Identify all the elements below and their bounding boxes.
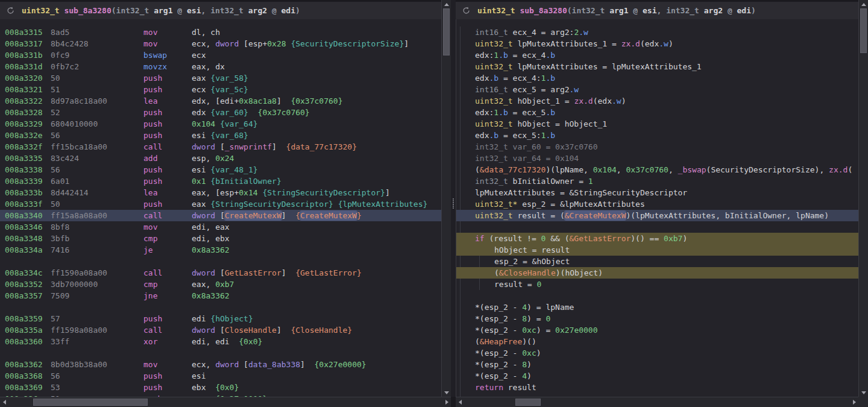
asm-line[interactable]: 008a33396a01push0x1 {bInitialOwner} <box>0 175 441 187</box>
asm-line[interactable]: 008a33468bf8movedi, eax <box>0 221 441 233</box>
hlil-line[interactable]: uint32_t lpMutexAttributes_1 = zx.d(edx.… <box>456 38 858 49</box>
hlil-line[interactable]: int16_t ecx_5 = arg2.w <box>456 84 858 95</box>
hlil-line[interactable]: edx.b = ecx_4:1.b <box>456 72 858 84</box>
code-token: int16_t <box>475 85 508 94</box>
hlil-line[interactable]: uint32_t lpMutexAttributes = lpMutexAttr… <box>456 61 858 72</box>
disassembly-code[interactable]: 008a33158ad5movdl, ch008a33178b4c2428mov… <box>0 19 441 397</box>
scroll-right-icon[interactable] <box>442 397 451 407</box>
asm-line[interactable]: 008a335aff1598a08a00calldword [CloseHand… <box>0 324 441 336</box>
disassembly-horizontal-scrollbar[interactable] <box>0 397 451 407</box>
asm-line[interactable] <box>0 347 441 359</box>
scroll-left-icon[interactable] <box>0 397 8 407</box>
asm-line[interactable]: 008a333583c424addesp, 0x24 <box>0 153 441 164</box>
hlil-line[interactable]: uint32_t hObject = hObject_1 <box>456 118 858 130</box>
decompiler-horizontal-scrollbar[interactable] <box>456 397 858 407</box>
scrollbar-thumb[interactable] <box>443 8 450 55</box>
hlil-line[interactable]: int32_t bInitialOwner = 1 <box>456 175 858 187</box>
hlil-line[interactable]: int16_t ecx_4 = arg2:2.w <box>456 27 858 38</box>
hlil-line[interactable]: *(esp_2 - 4) = lpName <box>456 301 858 313</box>
scrollbar-thumb[interactable] <box>515 399 541 406</box>
asm-line[interactable]: 008a336033ffxoredi, edi {0x0} <box>0 336 441 347</box>
scroll-right-icon[interactable] <box>850 397 858 407</box>
hlil-line[interactable]: *(esp_2 - 8) <box>456 359 858 370</box>
mnemonic: push <box>143 118 192 130</box>
hlil-line[interactable]: uint32_t* esp_2 = &lpMutexAttributes <box>456 198 858 210</box>
scroll-down-icon[interactable] <box>859 388 868 397</box>
asm-line[interactable]: 008a332fff15bca18a00calldword [_snwprint… <box>0 141 441 153</box>
hlil-line[interactable]: int32_t var_60 = 0x37c0760 <box>456 141 858 153</box>
asm-line[interactable]: 008a334cff1590a08a00calldword [GetLastEr… <box>0 267 441 279</box>
hlil-line[interactable]: if (result != 0 && (&GetLastError)() == … <box>456 233 858 244</box>
asm-line[interactable]: 008a33577509jne0x8a3362 <box>0 290 441 301</box>
scrollbar-thumb[interactable] <box>33 399 148 406</box>
hlil-line[interactable]: hObject = result <box>456 244 858 256</box>
asm-line[interactable]: 008a333b8d442414leaeax, [esp+0x14 {Strin… <box>0 187 441 198</box>
code-token: ) <box>751 6 756 15</box>
asm-line[interactable]: 008a333856pushesi {var_48_1} <box>0 164 441 175</box>
asm-line[interactable]: 008a332e56pushesi {var_68} <box>0 130 441 141</box>
hlil-line[interactable]: *(esp_2 - 4) <box>456 370 858 382</box>
hlil-line[interactable]: *(esp_2 - 0xc) <box>456 347 858 359</box>
hlil-line[interactable]: lpMutexAttributes = &StringSecurityDescr… <box>456 187 858 198</box>
asm-line[interactable]: 008a33158ad5movdl, ch <box>0 27 441 38</box>
asm-line[interactable]: 008a336856pushesi <box>0 370 441 382</box>
asm-line[interactable]: 008a331b0fc9bswapecx <box>0 49 441 61</box>
asm-line[interactable]: 008a332852pushedx {var_60} {0x37c0760} <box>0 107 441 118</box>
asm-line[interactable]: 008a334a7416je0x8a3362 <box>0 244 441 256</box>
address: 008a3329 <box>5 118 51 130</box>
refresh-icon[interactable] <box>462 6 471 15</box>
hlil-line[interactable]: int32_t var_64 = 0x104 <box>456 153 858 164</box>
hlil-line[interactable]: uint32_t result = (&CreateMutexW)(lpMute… <box>456 210 858 221</box>
asm-line[interactable] <box>0 301 441 313</box>
disassembly-pane[interactable]: uint32_t sub_8a3280(int32_t arg1 @ esi, … <box>0 0 441 397</box>
hlil-line[interactable] <box>456 290 858 301</box>
asm-line[interactable]: 008a33628b0d38b38a00movecx, dword [data_… <box>0 359 441 370</box>
asm-line[interactable]: 008a332050pusheax {var_58} <box>0 72 441 84</box>
scroll-up-icon[interactable] <box>859 0 868 8</box>
hlil-line[interactable]: edx.b = ecx_5:1.b <box>456 130 858 141</box>
hlil-line[interactable]: (&CloseHandle)(hObject) <box>456 267 858 279</box>
decompiler-code[interactable]: int16_t ecx_4 = arg2:2.wuint32_t lpMutex… <box>456 19 858 397</box>
disassembly-vertical-scrollbar[interactable] <box>441 0 451 397</box>
hlil-line[interactable]: esp_2 = &hObject <box>456 256 858 267</box>
asm-line[interactable] <box>0 256 441 267</box>
pane-splitter[interactable] <box>451 0 456 397</box>
address: 008a3328 <box>5 107 51 118</box>
code-token: && ( <box>546 234 569 243</box>
address: 008a3348 <box>5 233 51 244</box>
asm-line[interactable]: 008a331d0fb7c2movzxeax, dx <box>0 61 441 72</box>
hlil-line[interactable]: (&HeapFree)() <box>456 336 858 347</box>
asm-line[interactable]: 008a332151pushecx {var_5c} <box>0 84 441 95</box>
function-signature-bar-left[interactable]: uint32_t sub_8a3280(int32_t arg1 @ esi, … <box>0 2 441 19</box>
asm-line[interactable]: 008a33178b4c2428movecx, dword [esp+0x28 … <box>0 38 441 49</box>
asm-line[interactable]: 008a335957pushedi {hObject} <box>0 313 441 324</box>
asm-line[interactable]: 008a33296804010000push0x104 {var_64} <box>0 118 441 130</box>
hlil-line[interactable]: return result <box>456 382 858 393</box>
asm-line[interactable]: 008a3340ff15a8a08a00calldword [CreateMut… <box>0 210 441 221</box>
scrollbar-thumb[interactable] <box>860 8 867 53</box>
asm-line[interactable]: 008a333f50pusheax {StringSecurityDescrip… <box>0 198 441 210</box>
code-token: bInitialOwner = <box>508 177 588 186</box>
hlil-line[interactable]: (&data_77c17320)(lpName, 0x104, 0x37c076… <box>456 164 858 175</box>
hlil-line[interactable]: edx:1.b = ecx_4.b <box>456 49 858 61</box>
asm-line[interactable]: 008a336953pushebx {0x0} <box>0 382 441 393</box>
decompiler-vertical-scrollbar[interactable] <box>858 0 868 397</box>
hlil-line[interactable]: *(esp_2 - 8) = 0 <box>456 313 858 324</box>
hlil-line[interactable]: edx:1.b = ecx_5.b <box>456 107 858 118</box>
scroll-up-icon[interactable] <box>442 0 451 8</box>
code-token: {var_64} <box>220 119 258 128</box>
hlil-line[interactable]: *(esp_2 - 0xc) = 0x27e0000 <box>456 324 858 336</box>
asm-line[interactable]: 008a33523db7000000cmpeax, 0xb7 <box>0 279 441 290</box>
hlil-line[interactable] <box>456 221 858 233</box>
asm-line[interactable]: 008a33228d97a8c18a00leaedx, [edi+0x8ac1a… <box>0 95 441 107</box>
function-signature-bar-right[interactable]: uint32_t sub_8a3280(int32_t arg1 @ esi, … <box>456 2 858 19</box>
scroll-left-icon[interactable] <box>456 397 464 407</box>
asm-line[interactable]: 008a33483bfbcmpedi, ebx <box>0 233 441 244</box>
hlil-line[interactable]: result = 0 <box>456 279 858 290</box>
code-token: } <box>357 211 362 220</box>
refresh-icon[interactable] <box>6 6 15 15</box>
code-token: { <box>295 211 300 220</box>
scroll-down-icon[interactable] <box>442 388 451 397</box>
decompiler-pane[interactable]: uint32_t sub_8a3280(int32_t arg1 @ esi, … <box>456 0 858 397</box>
hlil-line[interactable]: uint32_t hObject_1 = zx.d(edx.w) <box>456 95 858 107</box>
